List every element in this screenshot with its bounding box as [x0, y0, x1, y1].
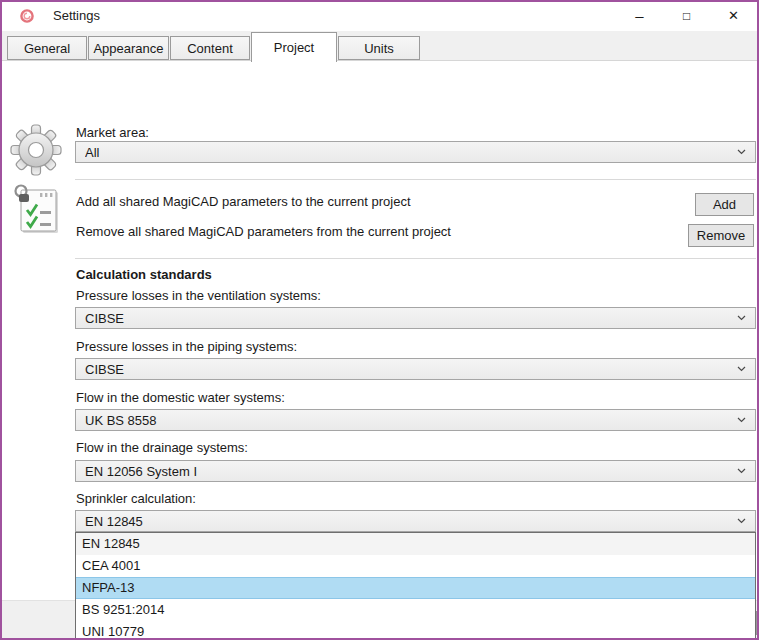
- section-divider: [75, 179, 756, 180]
- domestic-water-flow-value: UK BS 8558: [85, 413, 731, 428]
- sprinkler-calculation-label: Sprinkler calculation:: [76, 491, 196, 506]
- tab-project[interactable]: Project: [251, 32, 337, 62]
- settings-dialog: Settings – □ ✕ General Appearance Conten…: [0, 0, 759, 640]
- calculation-standards-heading: Calculation standards: [76, 267, 212, 282]
- ventilation-pressure-select[interactable]: CIBSE: [75, 307, 756, 329]
- market-area-value: All: [85, 145, 731, 160]
- domestic-water-flow-select[interactable]: UK BS 8558: [75, 409, 756, 431]
- chevron-down-icon: [737, 518, 746, 524]
- ventilation-pressure-label: Pressure losses in the ventilation syste…: [76, 288, 321, 303]
- close-icon[interactable]: ✕: [710, 0, 757, 31]
- dropdown-option-cea-4001[interactable]: CEA 4001: [76, 555, 755, 577]
- piping-pressure-value: CIBSE: [85, 362, 731, 377]
- window-title: Settings: [53, 8, 100, 23]
- remove-parameters-text: Remove all shared MagiCAD parameters fro…: [76, 224, 451, 239]
- add-button[interactable]: Add: [695, 193, 754, 216]
- dropdown-option-en-12845[interactable]: EN 12845: [76, 533, 755, 555]
- drainage-flow-value: EN 12056 System I: [85, 464, 731, 479]
- chevron-down-icon: [737, 315, 746, 321]
- sprinkler-calculation-value: EN 12845: [85, 514, 731, 529]
- market-area-select[interactable]: All: [75, 141, 756, 163]
- dropdown-option-bs-9251-2014[interactable]: BS 9251:2014: [76, 599, 755, 621]
- chevron-down-icon: [737, 149, 746, 155]
- tab-content[interactable]: Content: [170, 36, 250, 60]
- parameters-checklist-icon: [12, 183, 62, 235]
- title-bar: Settings – □ ✕: [0, 0, 759, 31]
- window-controls: – □ ✕: [616, 0, 757, 31]
- sprinkler-calculation-select[interactable]: EN 12845: [75, 510, 756, 532]
- maximize-icon[interactable]: □: [663, 0, 710, 31]
- minimize-icon[interactable]: –: [616, 0, 663, 31]
- piping-pressure-select[interactable]: CIBSE: [75, 358, 756, 380]
- market-area-label: Market area:: [76, 125, 149, 140]
- chevron-down-icon: [737, 417, 746, 423]
- magicad-app-icon: [19, 8, 35, 24]
- chevron-down-icon: [737, 366, 746, 372]
- drainage-flow-select[interactable]: EN 12056 System I: [75, 460, 756, 482]
- tab-general[interactable]: General: [7, 36, 87, 60]
- project-tab-page: Market area: All Add all shared MagiCAD …: [0, 61, 759, 601]
- add-parameters-text: Add all shared MagiCAD parameters to the…: [76, 194, 411, 209]
- piping-pressure-label: Pressure losses in the piping systems:: [76, 339, 297, 354]
- domestic-water-flow-label: Flow in the domestic water systems:: [76, 390, 285, 405]
- ventilation-pressure-value: CIBSE: [85, 311, 731, 326]
- sprinkler-dropdown-list: EN 12845 CEA 4001 NFPA-13 BS 9251:2014 U…: [75, 532, 756, 640]
- tab-units[interactable]: Units: [338, 36, 420, 60]
- tab-appearance[interactable]: Appearance: [88, 36, 169, 60]
- settings-gear-icon: [10, 124, 62, 176]
- remove-button[interactable]: Remove: [688, 224, 754, 247]
- chevron-down-icon: [737, 468, 746, 474]
- tab-bar: General Appearance Content Project Units: [0, 31, 759, 61]
- dropdown-option-uni-10779[interactable]: UNI 10779: [76, 621, 755, 640]
- dropdown-option-nfpa-13[interactable]: NFPA-13: [76, 577, 755, 599]
- section-divider: [75, 258, 756, 259]
- drainage-flow-label: Flow in the drainage systems:: [76, 440, 248, 455]
